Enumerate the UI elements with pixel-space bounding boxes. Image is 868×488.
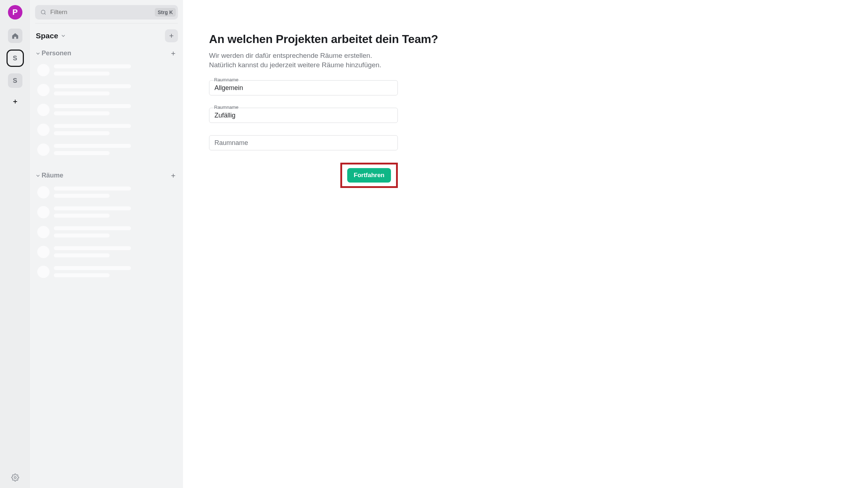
placeholder-line [54, 111, 110, 115]
user-avatar[interactable]: P [8, 5, 22, 20]
room-name-label: Raumname [213, 77, 239, 82]
filter-input[interactable] [50, 9, 155, 16]
add-space-button[interactable] [8, 94, 22, 109]
placeholder-line [54, 266, 131, 270]
room-name-field: Raumname [209, 80, 398, 95]
plus-icon [12, 98, 18, 105]
placeholder-line [54, 226, 131, 230]
placeholder-line [54, 131, 110, 135]
plus-icon [170, 172, 176, 179]
placeholder-line [54, 124, 131, 128]
room-name-field: Raumname [209, 108, 398, 123]
people-label: Personen [42, 50, 71, 57]
placeholder-line [54, 151, 110, 155]
room-name-input[interactable] [209, 135, 398, 150]
placeholder-line [54, 187, 131, 191]
search-icon [40, 9, 47, 16]
placeholder-item [35, 184, 178, 204]
page-subtitle: Wir werden dir dafür entsprechende Räume… [209, 51, 854, 69]
placeholder-line [54, 144, 131, 148]
placeholder-item [35, 101, 178, 121]
divider [35, 23, 178, 23]
space-switcher[interactable]: Space [36, 31, 66, 40]
placeholder-avatar [37, 144, 50, 156]
gear-icon [11, 474, 19, 481]
add-room-button[interactable] [165, 29, 178, 42]
room-name-input[interactable] [209, 108, 398, 123]
placeholder-item [35, 81, 178, 101]
placeholder-item [35, 141, 178, 161]
chevron-down-icon [35, 173, 41, 179]
onboarding-panel: An welchen Projekten arbeitet dein Team?… [183, 0, 868, 488]
placeholder-line [54, 104, 131, 108]
plus-icon [168, 33, 175, 39]
spaces-rail: P S S [0, 0, 30, 488]
room-name-field [209, 135, 398, 150]
placeholder-avatar [37, 206, 50, 218]
rooms-toggle[interactable]: Räume [35, 172, 63, 179]
create-room-button[interactable] [170, 172, 176, 179]
home-icon [11, 32, 19, 40]
rooms-section-header: Räume [35, 172, 178, 182]
placeholder-line [54, 194, 110, 198]
placeholder-line [54, 84, 131, 88]
placeholder-avatar [37, 64, 50, 76]
settings-button[interactable] [11, 474, 19, 483]
plus-icon [170, 50, 176, 57]
space-name-label: Space [36, 31, 58, 40]
people-section-header: Personen [35, 50, 178, 60]
people-toggle[interactable]: Personen [35, 50, 71, 57]
placeholder-line [54, 234, 110, 237]
chevron-down-icon [60, 33, 66, 39]
filter-search[interactable]: Strg K [35, 5, 178, 20]
page-heading: An welchen Projekten arbeitet dein Team? [209, 33, 854, 46]
placeholder-avatar [37, 266, 50, 278]
invite-person-button[interactable] [170, 50, 176, 57]
placeholder-line [54, 214, 110, 218]
placeholder-line [54, 253, 110, 257]
svg-point-1 [41, 10, 45, 14]
room-name-label: Raumname [213, 104, 239, 110]
room-name-input[interactable] [209, 80, 398, 95]
placeholder-avatar [37, 226, 50, 238]
rooms-label: Räume [42, 172, 63, 179]
placeholder-line [54, 273, 110, 277]
placeholder-item [35, 263, 178, 283]
rooms-placeholder-list [35, 184, 178, 283]
space-item-selected[interactable]: S [7, 50, 24, 67]
left-panel: Strg K Space Personen [30, 0, 183, 488]
placeholder-line [54, 64, 131, 68]
placeholder-avatar [37, 84, 50, 96]
room-name-form: RaumnameRaumname [209, 80, 398, 150]
placeholder-item [35, 243, 178, 263]
shortcut-hint: Strg K [155, 8, 176, 17]
placeholder-line [54, 91, 110, 95]
svg-point-0 [14, 476, 16, 479]
placeholder-item [35, 223, 178, 243]
placeholder-line [54, 206, 131, 210]
people-placeholder-list [35, 61, 178, 161]
placeholder-line [54, 72, 110, 76]
placeholder-avatar [37, 246, 50, 258]
home-button[interactable] [8, 29, 22, 43]
chevron-down-icon [35, 51, 41, 56]
space-item[interactable]: S [8, 73, 22, 88]
placeholder-avatar [37, 186, 50, 198]
placeholder-avatar [37, 124, 50, 136]
placeholder-line [54, 246, 131, 250]
placeholder-item [35, 121, 178, 141]
placeholder-avatar [37, 104, 50, 116]
placeholder-item [35, 204, 178, 223]
continue-button[interactable]: Fortfahren [347, 168, 391, 183]
continue-highlight: Fortfahren [340, 163, 398, 188]
placeholder-item [35, 61, 178, 81]
